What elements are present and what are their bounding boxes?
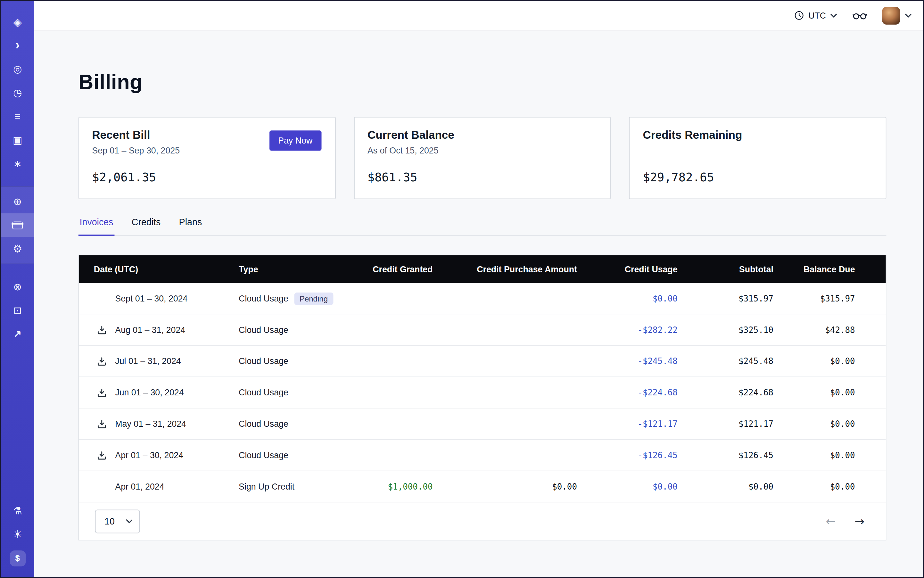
summary-cards: Recent Bill Pay Now Sep 01 – Sep 30, 202… <box>78 117 887 199</box>
card-amount: $861.35 <box>367 170 597 184</box>
download-invoice-icon[interactable] <box>97 419 110 429</box>
sidebar-item-billing[interactable] <box>1 213 34 237</box>
cell-balance-due: $42.88 <box>773 325 886 335</box>
cell-subtotal: $126.45 <box>678 450 773 460</box>
sidebar-group: ⊕⚙ <box>1 186 34 264</box>
download-invoice-icon[interactable] <box>97 356 110 366</box>
invoice-date: Apr 01, 2024 <box>115 482 164 492</box>
globe-icon: ⊕ <box>13 196 22 206</box>
cell-date: Apr 01 – 30, 2024 <box>79 450 239 460</box>
cell-date: Aug 01 – 31, 2024 <box>79 325 239 335</box>
timer-icon: ◷ <box>13 88 22 97</box>
table-row: May 01 – 31, 2024Cloud Usage-$121.17$121… <box>79 409 886 440</box>
tab-plans[interactable]: Plans <box>178 217 203 236</box>
glasses-icon[interactable] <box>853 11 867 20</box>
tab-credits[interactable]: Credits <box>130 217 162 236</box>
page-size-value: 10 <box>104 516 115 526</box>
cell-credit-usage: -$282.22 <box>577 325 678 335</box>
cell-credit-granted: $1,000.00 <box>339 482 433 492</box>
table-row: Jun 01 – 30, 2024Cloud Usage-$224.68$224… <box>79 377 886 409</box>
sidebar-item-layers[interactable]: ≡ <box>1 104 34 128</box>
sidebar-collapse[interactable]: › <box>1 34 34 57</box>
cell-type: Cloud Usage <box>239 388 339 397</box>
sidebar-item-rocket[interactable]: ↗ <box>1 322 34 346</box>
timezone-selector[interactable]: UTC <box>794 11 837 21</box>
main-content: Billing Recent Bill Pay Now Sep 01 – Sep… <box>34 31 923 578</box>
cell-type: Cloud Usage <box>239 450 339 460</box>
table-row: Apr 01, 2024Sign Up Credit$1,000.00$0.00… <box>79 471 886 503</box>
timezone-label: UTC <box>808 11 826 20</box>
cell-credit-usage: -$126.45 <box>577 450 678 460</box>
invoice-type: Cloud Usage <box>239 450 288 460</box>
billing-card-icon <box>12 221 23 229</box>
sidebar-item-usage[interactable]: $ <box>1 546 34 570</box>
current-balance-card: Current Balance As of Oct 15, 2025 $861.… <box>354 117 611 199</box>
cell-credit-usage: -$121.17 <box>577 419 678 429</box>
card-amount: $2,061.35 <box>92 170 322 184</box>
prev-page-button[interactable]: ← <box>826 515 836 527</box>
column-header: Credit Usage <box>577 264 678 274</box>
next-page-button[interactable]: → <box>854 515 864 527</box>
sidebar-item-cube[interactable]: ▣ <box>1 128 34 152</box>
cell-date: Jun 01 – 30, 2024 <box>79 387 239 397</box>
sidebar-item-theme[interactable]: ☀ <box>1 523 34 546</box>
card-title: Credits Remaining <box>643 129 873 142</box>
tab-invoices[interactable]: Invoices <box>78 217 114 236</box>
invoice-type: Cloud Usage <box>239 388 288 397</box>
sidebar-item-globe[interactable]: ⊕ <box>1 190 34 213</box>
cell-balance-due: $315.97 <box>773 294 886 304</box>
sidebar-logo[interactable]: ◈ <box>1 10 34 34</box>
cell-balance-due: $0.00 <box>773 450 886 460</box>
pay-now-button[interactable]: Pay Now <box>269 130 322 151</box>
cell-type: Cloud Usage <box>239 419 339 429</box>
cell-subtotal: $121.17 <box>678 419 773 429</box>
card-subtitle: As of Oct 15, 2025 <box>367 146 597 155</box>
invoice-date: Sept 01 – 30, 2024 <box>115 294 187 304</box>
cell-credit-purchase-amount: $0.00 <box>433 482 577 492</box>
cell-date: Jul 01 – 31, 2024 <box>79 356 239 366</box>
user-menu[interactable] <box>882 7 912 24</box>
cell-subtotal: $224.68 <box>678 388 773 397</box>
sidebar-item-timer[interactable]: ◷ <box>1 81 34 104</box>
column-header: Subtotal <box>678 264 773 274</box>
logo-icon: ◈ <box>13 16 22 27</box>
cell-credit-usage: $0.00 <box>577 482 678 492</box>
sidebar-group: ⚗☀$ <box>1 499 34 578</box>
column-header: Type <box>239 264 339 274</box>
column-header: Credit Purchase Amount <box>433 264 577 274</box>
sidebar-item-support[interactable]: ⊗ <box>1 275 34 299</box>
sidebar-item-asterisk[interactable]: ∗ <box>1 152 34 175</box>
dollar-badge-icon: $ <box>10 550 26 566</box>
download-invoice-icon[interactable] <box>97 450 110 460</box>
flask-icon: ⚗ <box>13 506 22 516</box>
invoice-date: Jul 01 – 31, 2024 <box>115 356 181 366</box>
cell-type: Cloud Usage <box>239 356 339 366</box>
layers-icon: ≡ <box>15 111 21 121</box>
invoice-table-body: Sept 01 – 30, 2024Cloud UsagePending$0.0… <box>79 283 886 503</box>
invoice-date: Aug 01 – 31, 2024 <box>115 325 185 335</box>
tab-bar: InvoicesCreditsPlans <box>78 217 887 236</box>
sidebar-item-settings[interactable]: ⚙ <box>1 237 34 261</box>
sun-icon: ☀ <box>13 529 23 539</box>
table-header: Date (UTC)TypeCredit GrantedCredit Purch… <box>79 255 886 283</box>
cell-date: Apr 01, 2024 <box>79 482 239 492</box>
chevron-down-icon <box>830 13 837 18</box>
gear-icon: ⚙ <box>13 244 23 254</box>
download-invoice-icon[interactable] <box>97 325 110 335</box>
cell-credit-usage: $0.00 <box>577 294 678 304</box>
sidebar-item-flask[interactable]: ⚗ <box>1 499 34 523</box>
chevron-right-icon: › <box>15 39 20 52</box>
card-title: Current Balance <box>367 129 597 142</box>
cube-icon: ▣ <box>13 135 23 145</box>
download-invoice-icon[interactable] <box>97 387 110 397</box>
cell-credit-usage: -$245.48 <box>577 356 678 366</box>
chevron-down-icon <box>905 13 912 18</box>
sidebar-item-monitor[interactable]: ⊡ <box>1 299 34 322</box>
invoice-date: Apr 01 – 30, 2024 <box>115 450 183 460</box>
rocket-icon: ↗ <box>13 330 21 339</box>
sidebar-group: ⊗⊡↗ <box>1 275 34 346</box>
sidebar-item-target[interactable]: ◎ <box>1 57 34 81</box>
page-size-select[interactable]: 10 <box>95 510 140 533</box>
cell-balance-due: $0.00 <box>773 482 886 492</box>
app-window: ◈›◎◷≡▣∗⊕⚙⊗⊡↗⚗☀$ UTC <box>0 0 924 578</box>
